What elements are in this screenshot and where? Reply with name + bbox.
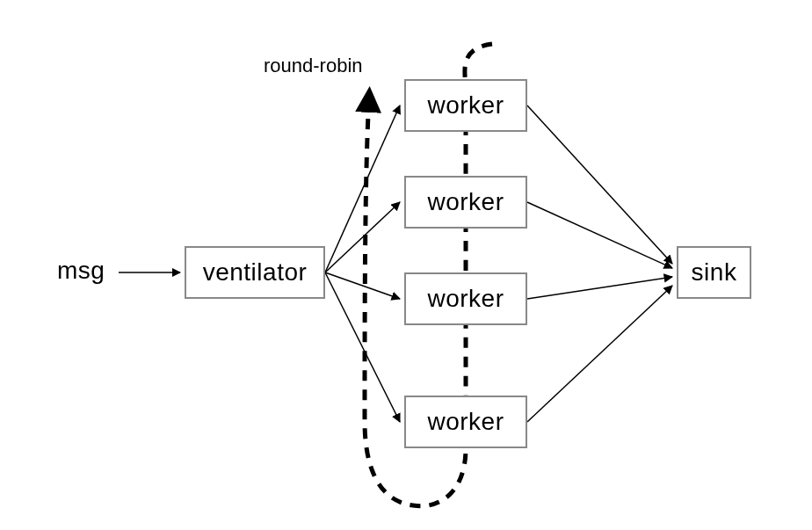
ventilator-text: ventilator — [203, 258, 308, 287]
worker-text: worker — [427, 91, 504, 120]
sink-text: sink — [692, 258, 737, 287]
msg-text: msg — [57, 257, 105, 284]
annotation-text: round-robin — [264, 54, 363, 76]
edge-w3-sink — [527, 277, 672, 299]
edge-vent-w4 — [325, 272, 400, 422]
edge-w4-sink — [527, 286, 672, 422]
worker-text: worker — [427, 285, 504, 313]
edge-vent-w1 — [325, 105, 400, 272]
worker-node-4: worker — [404, 396, 527, 448]
edge-vent-w2 — [325, 202, 400, 272]
ventilator-node: ventilator — [185, 246, 325, 299]
worker-node-2: worker — [404, 176, 527, 229]
edge-vent-w3 — [325, 272, 400, 299]
worker-text: worker — [427, 408, 504, 436]
edge-w2-sink — [527, 202, 672, 268]
worker-text: worker — [427, 188, 504, 216]
worker-node-3: worker — [404, 272, 527, 325]
round-robin-annotation: round-robin — [264, 54, 363, 77]
msg-label: msg — [57, 257, 105, 285]
edge-w1-sink — [527, 105, 672, 264]
worker-node-1: worker — [404, 79, 527, 132]
sink-node: sink — [677, 246, 751, 299]
